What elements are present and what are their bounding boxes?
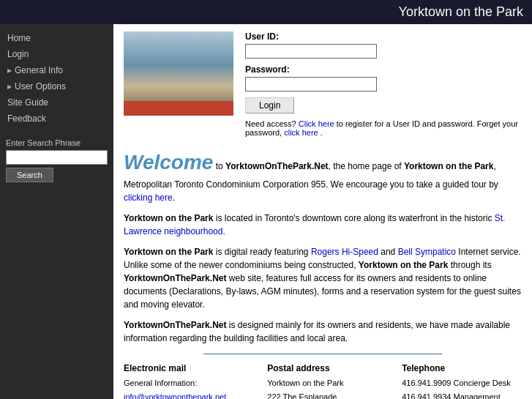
phone-line: 416.941.9909 Concierge Desk	[402, 376, 522, 390]
login-section: User ID: Password: Login Need access? Cl…	[124, 31, 522, 137]
divider	[203, 354, 442, 354]
sidebar-item-feedback[interactable]: Feedback	[0, 111, 113, 127]
contact-section: Electronic mail General Information: inf…	[124, 363, 522, 399]
welcome-section: Welcome to YorktownOnThePark.Net, the ho…	[124, 147, 522, 399]
digital-text: Yorktown on the Park is digital ready fe…	[124, 245, 522, 311]
access-text: Need access? Click here to register for …	[245, 119, 522, 137]
email-link[interactable]: info@yorktownonthepark.net	[124, 392, 226, 399]
password-input[interactable]	[245, 77, 377, 92]
register-link[interactable]: Click here	[299, 119, 334, 128]
search-section: Enter Search Phrase Search	[0, 131, 113, 190]
location-text: Yorktown on the Park is located in Toron…	[124, 212, 522, 238]
site-name: YorktownOnThePark.Net	[225, 161, 328, 171]
postal-line: Yorktown on the Park	[267, 376, 387, 390]
welcome-intro: Welcome to YorktownOnThePark.Net, the ho…	[124, 147, 522, 204]
sidebar-item-home[interactable]: Home	[0, 30, 113, 46]
postal-line: 222 The Esplanade	[267, 390, 387, 399]
phone-heading: Telephone	[402, 363, 522, 373]
phone-lines: 416.941.9909 Concierge Desk416.941.9934 …	[402, 376, 522, 399]
guided-tour-link[interactable]: clicking here	[124, 193, 173, 203]
page-header: Yorktown on the Park	[0, 0, 532, 24]
sidebar-item-login[interactable]: Login	[0, 46, 113, 62]
email-row: General Information: info@yorktownonthep…	[124, 376, 252, 399]
main-content: User ID: Password: Login Need access? Cl…	[113, 24, 532, 399]
postal-heading: Postal address	[267, 363, 387, 373]
login-button[interactable]: Login	[245, 97, 294, 113]
postal-column: Postal address Yorktown on the Park222 T…	[267, 363, 387, 399]
search-button[interactable]: Search	[6, 168, 53, 182]
email-rows: General Information: info@yorktownonthep…	[124, 376, 252, 399]
userid-input[interactable]	[245, 44, 377, 59]
login-form: User ID: Password: Login Need access? Cl…	[245, 31, 522, 137]
header-title: Yorktown on the Park	[399, 4, 523, 19]
userid-label: User ID:	[245, 31, 522, 42]
sidebar-item-general-info[interactable]: General Info	[0, 62, 113, 78]
sidebar: HomeLoginGeneral InfoUser OptionsSite Gu…	[0, 24, 113, 399]
email-heading: Electronic mail	[124, 363, 252, 373]
phone-line: 416.941.9934 Management Office	[402, 390, 522, 399]
sidebar-item-site-guide[interactable]: Site Guide	[0, 94, 113, 111]
search-label: Enter Search Phrase	[6, 138, 108, 147]
bell-link[interactable]: Bell Sympatico	[398, 247, 456, 257]
search-input[interactable]	[6, 150, 108, 165]
while-text: YorktownOnThePark.Net is designed mainly…	[124, 318, 522, 345]
forgot-password-link[interactable]: click here	[284, 128, 318, 137]
email-column: Electronic mail General Information: inf…	[124, 363, 252, 399]
postal-lines: Yorktown on the Park222 The EsplanadeTor…	[267, 376, 387, 399]
rogers-link[interactable]: Rogers Hi-Speed	[311, 247, 378, 257]
sidebar-item-user-options[interactable]: User Options	[0, 78, 113, 94]
password-label: Password:	[245, 64, 522, 75]
phone-column: Telephone 416.941.9909 Concierge Desk416…	[402, 363, 522, 399]
welcome-heading: Welcome	[124, 151, 213, 174]
building-photo	[124, 31, 233, 116]
